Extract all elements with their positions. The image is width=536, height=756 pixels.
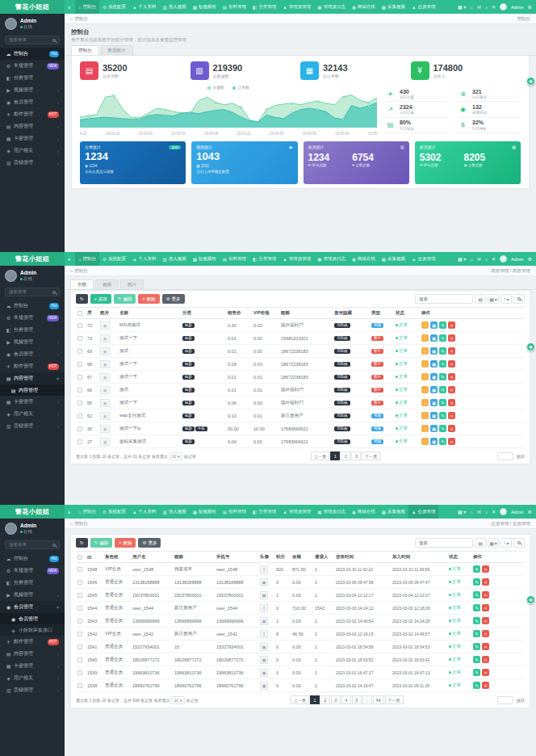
nav-item[interactable]: ▣ 管理员日志 — [314, 0, 349, 14]
edit-button[interactable]: ✎编辑 — [114, 294, 136, 304]
page-button[interactable]: 2 — [341, 452, 350, 460]
row-delete-button[interactable]: × — [448, 425, 455, 432]
search-button[interactable] — [513, 294, 525, 304]
nav-item[interactable]: ◧ 分类管理 — [249, 0, 279, 14]
nav-item[interactable]: ⚙ 系统配置 — [99, 252, 129, 266]
row-edit-button[interactable]: ✎ — [473, 604, 480, 611]
row-checkbox[interactable] — [77, 645, 82, 649]
preview-button[interactable]: ▣ — [430, 373, 438, 380]
app-logo[interactable]: 警花小姐姐 — [0, 505, 65, 519]
pin-button[interactable]: ↑ — [421, 334, 429, 342]
table-row[interactable]: 67 ▣ 测试一下 电影 0.01 0.01 18672238183 无隐藏 图… — [76, 371, 525, 384]
row-checkbox[interactable] — [77, 439, 82, 444]
sidebar-item[interactable]: ◈ 小姐姐采集接口 — [0, 624, 65, 636]
row-checkbox[interactable] — [77, 362, 82, 367]
table-row[interactable]: 68 ▣ 测试一下 电影 0.06 0.00 18672238183 无隐藏 图… — [76, 358, 525, 371]
delete-button[interactable]: ×删除 — [138, 294, 159, 304]
sidebar-item[interactable]: ▥ 营销管理 ‹ — [0, 157, 65, 169]
sidebar-item[interactable]: ▤ 内容管理 ‹ — [0, 648, 65, 660]
pin-button[interactable]: ↑ — [421, 347, 429, 355]
page-size-select[interactable]: 10▾ — [170, 452, 182, 460]
sidebar-search-input[interactable]: 搜索菜单 — [5, 288, 60, 296]
page-button[interactable]: 1 — [310, 695, 320, 704]
category-summary-card[interactable]: 分类统计实时 1234 ◉ 1234当前分类总记录数 — [80, 141, 186, 184]
nav-item[interactable]: ▲ 会员管理 — [408, 252, 438, 266]
sidebar-item[interactable]: ◉ 会员管理 ‹ — [0, 96, 65, 108]
tab[interactable]: 视频 — [95, 279, 119, 289]
row-edit-button[interactable]: ✎ — [439, 347, 446, 355]
admin-menu[interactable]: Admin — [511, 5, 524, 10]
sidebar-item[interactable]: ▦ 卡密管理 ‹ — [0, 396, 65, 408]
home-icon[interactable]: ⌂ — [470, 5, 473, 10]
sidebar-item[interactable]: ▶ 视频管理 ‹ — [0, 84, 65, 96]
sidebar-item[interactable]: ◧ 分类管理 — [0, 577, 65, 589]
page-button[interactable]: 上一页 — [291, 695, 309, 704]
table-search-input[interactable] — [415, 294, 473, 304]
sidebar-item[interactable]: ▦ 卡密管理 ‹ — [0, 660, 65, 672]
export-button[interactable]: ↕▾ — [500, 294, 512, 304]
nav-item[interactable]: ▲ 管理员管理 — [279, 252, 314, 266]
page-button[interactable]: 64 — [373, 695, 384, 704]
support-float-button[interactable]: ✚ — [526, 342, 535, 351]
preview-button[interactable]: ▣ — [430, 438, 438, 445]
page-button[interactable]: 1 — [330, 452, 340, 460]
admin-menu[interactable]: Admin — [511, 257, 524, 262]
message-icon[interactable]: ✉ — [477, 256, 481, 262]
nav-item[interactable]: ▲ 会员管理 — [408, 505, 438, 519]
sidebar-item[interactable]: ▤ 内容管理 ▾ — [0, 372, 65, 384]
nav-item[interactable]: ▦ 采集视频 — [379, 252, 408, 266]
sidebar-item[interactable]: ▥ 营销管理 ‹ — [0, 420, 65, 432]
row-checkbox[interactable] — [77, 670, 82, 675]
row-delete-button[interactable]: × — [448, 347, 455, 355]
more-button[interactable]: ⚙更多 — [138, 538, 161, 548]
sidebar-item[interactable]: ✈ 邮件管理 HOT — [0, 360, 65, 372]
row-edit-button[interactable]: ✎ — [473, 578, 480, 586]
preview-button[interactable]: ▣ — [430, 386, 438, 393]
pin-button[interactable]: ↑ — [421, 373, 429, 380]
row-checkbox[interactable] — [77, 426, 82, 431]
table-row[interactable]: 1542 VIP会员 user_1542 新注册用户 user_1542 ↥ 8… — [76, 628, 525, 640]
support-float-button[interactable]: ✚ — [526, 595, 535, 604]
video-summary-card[interactable]: 视频统计▶ 1043 ▦ 2532当前上传视频总数量 — [191, 141, 297, 184]
table-row[interactable]: 55 ▣ 测试一下 电影 0.06 0.00 国外福利77 无隐藏 图片 正常 — [76, 397, 525, 410]
table-row[interactable]: 27 ▣ 远程采集测试 电影 0.06 0.00 17683666621 无隐藏… — [76, 435, 525, 448]
row-edit-button[interactable]: ✎ — [473, 643, 480, 650]
nav-item[interactable]: ▤ 有料管理 — [220, 0, 249, 14]
columns-button[interactable]: ▦▾ — [488, 294, 499, 304]
app-logo[interactable]: 警花小姐姐 — [0, 0, 65, 14]
tab[interactable]: 全部 — [70, 279, 94, 289]
nav-item[interactable]: ▲ 个人资料 — [129, 505, 159, 519]
home-icon[interactable]: ⌂ — [70, 16, 73, 21]
home-icon[interactable]: ⌂ — [470, 510, 473, 514]
message-icon[interactable]: ✉ — [477, 4, 481, 10]
tab[interactable]: 图片 — [120, 279, 144, 289]
row-edit-button[interactable]: ✎ — [439, 321, 446, 329]
page-button[interactable]: 下一页 — [362, 452, 380, 460]
row-delete-button[interactable]: × — [448, 386, 455, 393]
row-delete-button[interactable]: × — [448, 438, 455, 445]
home-icon[interactable]: ⌂ — [70, 268, 73, 273]
row-delete-button[interactable]: × — [482, 656, 489, 663]
admin-avatar[interactable] — [500, 255, 507, 262]
sidebar-item[interactable]: ▦ 卡密管理 ‹ — [0, 132, 65, 145]
sidebar-item[interactable]: ▥ 营销管理 ‹ — [0, 684, 65, 696]
row-delete-button[interactable]: × — [448, 334, 455, 342]
more-button[interactable]: ⚙更多 — [162, 294, 185, 304]
row-checkbox[interactable] — [77, 388, 82, 393]
sidebar-item[interactable]: ☁ 控制台 Hot — [0, 48, 65, 60]
row-delete-button[interactable]: × — [482, 682, 489, 689]
page-button[interactable]: 下一页 — [385, 695, 404, 704]
nav-item[interactable]: ⚙ 系统配置 — [99, 505, 129, 519]
select-all-checkbox[interactable] — [77, 311, 82, 316]
row-edit-button[interactable]: ✎ — [439, 386, 446, 393]
sidebar-item[interactable]: ▤ 内容管理 — [0, 384, 65, 396]
preview-button[interactable]: ▣ — [430, 399, 438, 406]
row-checkbox[interactable] — [77, 336, 82, 341]
select-all-checkbox[interactable] — [77, 555, 82, 560]
sidebar-profile[interactable]: Admin 在线 — [0, 266, 65, 286]
row-delete-button[interactable]: × — [482, 578, 489, 586]
nav-item[interactable]: ◉ 商城在线 — [349, 252, 379, 266]
tab[interactable]: 控制台 — [71, 45, 99, 55]
edit-button[interactable]: ✎编辑 — [90, 538, 113, 548]
message-icon[interactable]: ✉ — [477, 509, 481, 514]
